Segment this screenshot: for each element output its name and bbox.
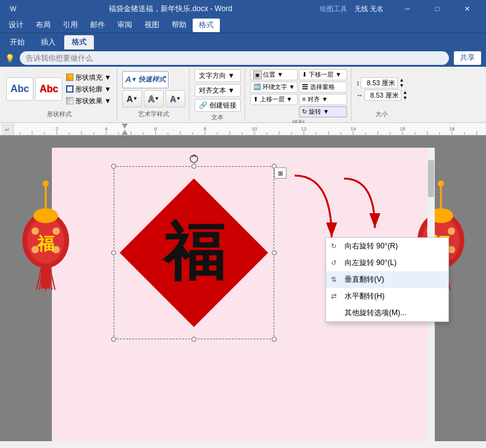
send-back-btn[interactable]: ⬇ 下移一层 ▼ — [299, 69, 346, 80]
shape-outline-btn[interactable]: 形状轮廓 ▼ — [64, 84, 113, 95]
menu-references[interactable]: 引用 — [57, 19, 84, 32]
layout-options-icon[interactable]: ⊞ — [274, 167, 287, 179]
text-direction-btn[interactable]: 文字方向 ▼ — [195, 69, 241, 82]
shape-abc-btn-1[interactable]: Abc — [6, 77, 33, 101]
art-text-group: A ▼ 快速样式 A ▼ A ▼ — [119, 68, 190, 121]
window-controls: ─ □ ✕ — [393, 0, 481, 17]
quick-styles-btn[interactable]: A ▼ 快速样式 — [122, 71, 169, 88]
width-icon: ↔ — [356, 91, 363, 99]
size-group-content: ↕ ▲ ▼ ↔ ▲ ▼ — [356, 69, 408, 109]
width-input-row: ↔ ▲ ▼ — [356, 90, 408, 101]
art-text-content: A ▼ 快速样式 A ▼ A ▼ — [122, 69, 185, 109]
flip-h-icon: ⇄ — [331, 292, 337, 300]
flip-horizontal-item[interactable]: ⇄ 水平翻转(H) — [326, 288, 448, 305]
shape-fill-btn[interactable]: 形状填充 ▼ — [64, 72, 113, 83]
flip-v-icon: ⇅ — [331, 276, 337, 284]
handle-top-center[interactable] — [191, 164, 196, 169]
shape-styles-label: 形状样式 — [6, 109, 113, 120]
menu-help[interactable]: 帮助 — [165, 19, 193, 32]
rotate-btn[interactable]: ↻ 旋转 ▼ — [299, 106, 346, 117]
create-link-btn[interactable]: 🔗 创建链接 — [195, 99, 241, 112]
svg-point-60 — [31, 227, 39, 235]
maximize-button[interactable]: □ — [423, 0, 451, 17]
close-button[interactable]: ✕ — [453, 0, 481, 17]
svg-point-87 — [190, 155, 198, 163]
text-group-label: 文本 — [195, 112, 241, 123]
height-icon: ↕ — [356, 79, 360, 87]
lucky-bag-left: 福 — [18, 160, 73, 296]
handle-bottom-left[interactable] — [111, 337, 116, 342]
svg-text:4: 4 — [105, 126, 108, 132]
share-button[interactable]: 共享 — [454, 51, 481, 65]
handle-bottom-right[interactable] — [272, 337, 277, 342]
shape-effect-btn[interactable]: 形状效果 ▼ — [64, 96, 113, 106]
arrange-group-content: ▣ 位置 ▼ ⬇ 下移一层 ▼ 🔤 环绕文字 ▼ ☰ 选择窗格 ⬆ 上移一层 ▼ — [250, 69, 347, 117]
svg-text:14: 14 — [351, 126, 356, 132]
ribbon: Abc Abc 形状填充 ▼ 形状轮廓 ▼ — [0, 67, 486, 123]
handle-top-left[interactable] — [111, 164, 116, 169]
menu-bar: 设计 布局 引用 邮件 审阅 视图 帮助 格式 — [0, 17, 486, 33]
svg-text:12: 12 — [301, 126, 307, 132]
ruler-svg: ↵ // Done via inline marks below 2 4 6 8 — [1, 124, 485, 135]
text-effect-btn[interactable]: A ▼ — [165, 90, 185, 108]
more-rotate-options-item[interactable]: 其他旋转选项(M)... — [326, 305, 448, 321]
text-outline-btn[interactable]: A ▼ — [144, 90, 164, 108]
tab-insert[interactable]: 插入 — [33, 35, 63, 49]
width-input[interactable] — [364, 90, 401, 101]
position-btn[interactable]: ▣ 位置 ▼ — [250, 69, 298, 80]
handle-middle-left[interactable] — [111, 250, 116, 255]
handle-bottom-center[interactable] — [191, 337, 196, 342]
shape-abc-btn-2[interactable]: Abc — [35, 77, 62, 101]
username-label: 无线 无名 — [354, 4, 383, 14]
ribbon-content: Abc Abc 形状填充 ▼ 形状轮廓 ▼ — [0, 67, 486, 122]
tab-format[interactable]: 格式 — [64, 35, 94, 49]
rotate-left-icon: ↺ — [331, 259, 337, 267]
svg-text:2: 2 — [56, 126, 59, 132]
scrollbar-thumb[interactable] — [428, 160, 434, 197]
flip-vertical-item[interactable]: ⇅ 垂直翻转(V) — [326, 271, 448, 288]
tab-home[interactable]: 开始 — [2, 35, 32, 49]
rotate-left-90-item[interactable]: ↺ 向左旋转 90°(L) — [326, 255, 448, 271]
svg-point-63 — [52, 246, 60, 253]
lightbulb-icon: 💡 — [5, 54, 15, 63]
svg-rect-0 — [1, 124, 485, 135]
rotate-dropdown-menu: ↻ 向右旋转 90°(R) ↺ 向左旋转 90°(L) ⇅ 垂直翻转(V) ⇄ … — [325, 237, 449, 322]
menu-format[interactable]: 格式 — [193, 19, 220, 32]
menu-design[interactable]: 设计 — [2, 19, 30, 32]
width-stepper[interactable]: ▲ ▼ — [403, 90, 408, 101]
fu-diamond: 福 — [119, 179, 267, 327]
fu-diamond-wrapper: 福 — [141, 200, 246, 305]
text-align-btn[interactable]: 对齐文本 ▼ — [195, 84, 241, 97]
align-btn[interactable]: ≡ 对齐 ▼ — [299, 94, 346, 105]
menu-review[interactable]: 审阅 — [111, 19, 138, 32]
search-input[interactable] — [20, 51, 449, 65]
fu-character: 福 — [163, 222, 225, 284]
shape-styles-group: Abc Abc 形状填充 ▼ 形状轮廓 ▼ — [2, 68, 117, 121]
menu-layout[interactable]: 布局 — [30, 19, 57, 32]
minimize-button[interactable]: ─ — [393, 0, 422, 17]
height-stepper[interactable]: ▲ ▼ — [399, 78, 404, 88]
svg-point-58 — [43, 180, 49, 187]
svg-text:↵: ↵ — [5, 127, 10, 133]
bring-front-btn[interactable]: ⬆ 上移一层 ▼ — [250, 94, 298, 105]
menu-view[interactable]: 视图 — [138, 19, 165, 32]
height-input-row: ↕ ▲ ▼ — [356, 77, 408, 88]
rotate-right-90-item[interactable]: ↻ 向右旋转 90°(R) — [326, 238, 448, 255]
art-text-label: 艺术字样式 — [122, 109, 185, 120]
menu-mailings[interactable]: 邮件 — [84, 19, 111, 32]
window-title: 福袋金猪送福，新年快乐.docx - Word — [21, 4, 320, 14]
text-fill-btn[interactable]: A ▼ — [122, 90, 142, 108]
select-pane-btn[interactable]: ☰ 选择窗格 — [299, 82, 346, 93]
document-area: 福 — [0, 135, 486, 441]
svg-rect-56 — [36, 213, 55, 219]
svg-text:8: 8 — [204, 126, 207, 132]
height-input[interactable] — [361, 77, 398, 88]
search-bar: 💡 共享 — [0, 49, 486, 67]
wrap-text-btn[interactable]: 🔤 环绕文字 ▼ — [250, 82, 298, 93]
size-inputs: ↕ ▲ ▼ ↔ ▲ ▼ — [356, 77, 408, 101]
drawing-tools-label: 绘图工具 — [320, 4, 347, 14]
image-selection-container[interactable]: ⊞ 福 — [114, 166, 274, 339]
handle-middle-right[interactable] — [272, 250, 277, 255]
svg-point-61 — [52, 227, 60, 235]
arrange-group: ▣ 位置 ▼ ⬇ 下移一层 ▼ 🔤 环绕文字 ▼ ☰ 选择窗格 ⬆ 上移一层 ▼ — [246, 68, 351, 121]
